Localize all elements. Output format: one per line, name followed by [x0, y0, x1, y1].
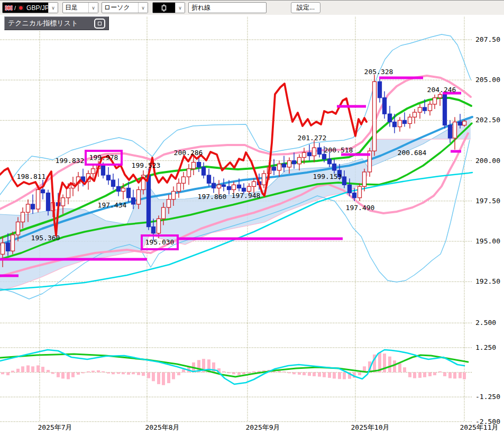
svg-text:204.246: 204.246	[427, 86, 456, 94]
svg-text:1.250: 1.250	[475, 343, 496, 351]
svg-text:199.978: 199.978	[89, 153, 118, 161]
svg-text:197.434: 197.434	[98, 201, 127, 209]
svg-text:2025年8月: 2025年8月	[145, 423, 179, 431]
svg-text:197.948: 197.948	[232, 192, 261, 200]
svg-text:195.030: 195.030	[145, 238, 175, 246]
macd-lines	[0, 350, 468, 384]
technical-indicator-panel-header[interactable]: テクニカル指標リスト	[4, 16, 109, 30]
svg-text:199.153: 199.153	[313, 173, 342, 180]
svg-text:197.50: 197.50	[475, 197, 500, 205]
svg-text:207.50: 207.50	[475, 35, 500, 43]
svg-text:199.832: 199.832	[56, 157, 85, 165]
svg-text:200.00: 200.00	[475, 157, 500, 165]
svg-text:195.00: 195.00	[475, 237, 500, 245]
svg-text:205.00: 205.00	[475, 76, 500, 84]
svg-text:199.523: 199.523	[132, 161, 161, 169]
svg-text:200.286: 200.286	[174, 149, 203, 157]
svg-text:201.272: 201.272	[298, 134, 327, 142]
svg-text:-1.250: -1.250	[475, 393, 500, 401]
svg-text:197.490: 197.490	[346, 204, 375, 212]
bollinger-upper-3sigma	[0, 34, 471, 195]
svg-text:205.328: 205.328	[364, 68, 393, 76]
svg-text:200.518: 200.518	[324, 146, 353, 154]
svg-text:200.684: 200.684	[398, 149, 427, 157]
chart-canvas[interactable]: 198.811199.832199.978199.523200.286197.4…	[0, 0, 504, 435]
svg-text:2025年9月: 2025年9月	[245, 423, 280, 431]
svg-text:2.500: 2.500	[475, 319, 496, 327]
svg-text:202.50: 202.50	[475, 116, 500, 124]
panel-title: テクニカル指標リスト	[8, 19, 78, 28]
svg-text:198.811: 198.811	[17, 173, 46, 180]
svg-text:2025年7月: 2025年7月	[38, 423, 72, 431]
svg-text:195.360: 195.360	[31, 234, 60, 242]
svg-text:2025年10月: 2025年10月	[351, 423, 390, 431]
svg-text:192.50: 192.50	[475, 277, 500, 285]
svg-text:197.860: 197.860	[198, 193, 227, 201]
dock-restore-icon[interactable]	[94, 19, 105, 29]
svg-text:2025年11月: 2025年11月	[460, 423, 499, 431]
trading-app-window: { "toolbar": { "pair_label": "GBP/JPY", …	[0, 0, 504, 435]
